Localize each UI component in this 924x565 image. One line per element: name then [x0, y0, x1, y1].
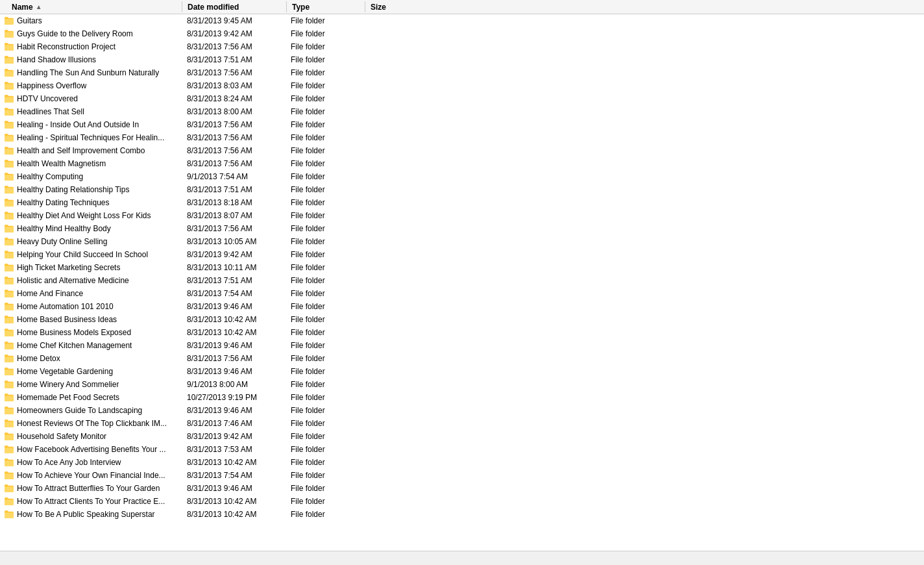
table-row[interactable]: Homemade Pet Food Secrets 10/27/2013 9:1… [0, 391, 924, 404]
table-row[interactable]: Heavy Duty Online Selling 8/31/2013 10:0… [0, 235, 924, 248]
col-name-header[interactable]: Name ▲ [0, 3, 182, 12]
folder-icon [4, 29, 14, 39]
file-name-cell: Home Based Business Ideas [0, 314, 182, 325]
col-date-header[interactable]: Date modified [182, 3, 286, 12]
table-row[interactable]: How To Attract Clients To Your Practice … [0, 495, 924, 508]
table-row[interactable]: Helping Your Child Succeed In School 8/3… [0, 248, 924, 261]
file-type-cell: File folder [286, 250, 363, 259]
table-row[interactable]: Happiness Overflow 8/31/2013 8:03 AM Fil… [0, 79, 924, 92]
file-type-cell: File folder [286, 133, 363, 142]
table-row[interactable]: Habit Reconstruction Project 8/31/2013 7… [0, 40, 924, 53]
table-row[interactable]: HDTV Uncovered 8/31/2013 8:24 AM File fo… [0, 92, 924, 105]
table-row[interactable]: Headlines That Sell 8/31/2013 8:00 AM Fi… [0, 105, 924, 118]
file-type-cell: File folder [286, 146, 363, 155]
file-name-cell: Health and Self Improvement Combo [0, 145, 182, 156]
table-row[interactable]: Home Chef Kitchen Management 8/31/2013 9… [0, 339, 924, 352]
file-type-cell: File folder [286, 276, 363, 285]
table-row[interactable]: How To Be A Public Speaking Superstar 8/… [0, 508, 924, 521]
file-name-cell: Healthy Diet And Weight Loss For Kids [0, 210, 182, 221]
table-row[interactable]: Healthy Computing 9/1/2013 7:54 AM File … [0, 170, 924, 183]
table-row[interactable]: Healthy Mind Healthy Body 8/31/2013 7:56… [0, 222, 924, 235]
table-row[interactable]: Health and Self Improvement Combo 8/31/2… [0, 144, 924, 157]
table-row[interactable]: Health Wealth Magnetism 8/31/2013 7:56 A… [0, 157, 924, 170]
file-name-text: Home And Finance [17, 289, 83, 298]
table-row[interactable]: How Facebook Advertising Benefits Your .… [0, 443, 924, 456]
folder-icon [4, 275, 14, 286]
file-date-cell: 8/31/2013 7:56 AM [182, 133, 286, 142]
file-name-text: How Facebook Advertising Benefits Your .… [17, 445, 165, 454]
table-row[interactable]: Healthy Dating Techniques 8/31/2013 8:18… [0, 196, 924, 209]
file-type-cell: File folder [286, 302, 363, 311]
table-row[interactable]: Home Detox 8/31/2013 7:56 AM File folder [0, 352, 924, 365]
file-name-cell: Home Detox [0, 353, 182, 364]
table-row[interactable]: How To Achieve Your Own Financial Inde..… [0, 469, 924, 482]
folder-icon [4, 509, 14, 520]
col-type-header[interactable]: Type [287, 3, 365, 12]
table-row[interactable]: Hand Shadow Illusions 8/31/2013 7:51 AM … [0, 53, 924, 66]
folder-icon [4, 301, 14, 312]
file-name-text: Honest Reviews Of The Top Clickbank IM..… [17, 419, 167, 428]
file-name-text: Hand Shadow Illusions [17, 55, 96, 64]
file-name-text: How To Attract Clients To Your Practice … [17, 497, 165, 506]
table-row[interactable]: Home Business Models Exposed 8/31/2013 1… [0, 326, 924, 339]
file-name-cell: Home Chef Kitchen Management [0, 340, 182, 351]
file-type-cell: File folder [286, 367, 363, 376]
table-row[interactable]: Home And Finance 8/31/2013 7:54 AM File … [0, 287, 924, 300]
table-row[interactable]: Holistic and Alternative Medicine 8/31/2… [0, 274, 924, 287]
file-type-cell: File folder [286, 224, 363, 233]
table-row[interactable]: Healing - Spiritual Techniques For Heali… [0, 131, 924, 144]
table-row[interactable]: Home Automation 101 2010 8/31/2013 9:46 … [0, 300, 924, 313]
file-type-cell: File folder [286, 81, 363, 90]
table-row[interactable]: Homeowners Guide To Landscaping 8/31/201… [0, 404, 924, 417]
table-row[interactable]: Household Safety Monitor 8/31/2013 9:42 … [0, 430, 924, 443]
folder-icon [4, 249, 14, 260]
file-type-cell: File folder [286, 29, 363, 38]
folder-icon [4, 405, 14, 416]
col-size-header[interactable]: Size [365, 3, 417, 12]
table-row[interactable]: Guys Guide to the Delivery Room 8/31/201… [0, 27, 924, 40]
file-date-cell: 8/31/2013 10:42 AM [182, 458, 286, 467]
file-name-text: Household Safety Monitor [17, 432, 106, 441]
file-name-cell: How Facebook Advertising Benefits Your .… [0, 444, 182, 455]
file-type-cell: File folder [286, 354, 363, 363]
table-row[interactable]: Home Vegetable Gardening 8/31/2013 9:46 … [0, 365, 924, 378]
table-row[interactable]: Home Winery And Sommelier 9/1/2013 8:00 … [0, 378, 924, 391]
file-name-cell: Happiness Overflow [0, 81, 182, 91]
file-name-cell: Healing - Inside Out And Outside In [0, 119, 182, 130]
file-date-cell: 8/31/2013 9:45 AM [182, 16, 286, 25]
file-explorer: Name ▲ Date modified Type Size Guitars 8… [0, 0, 924, 565]
file-date-cell: 8/31/2013 7:56 AM [182, 159, 286, 168]
file-type-cell: File folder [286, 237, 363, 246]
file-name-text: Healthy Dating Relationship Tips [17, 185, 129, 194]
file-name-text: Home Automation 101 2010 [17, 302, 114, 311]
table-row[interactable]: Healing - Inside Out And Outside In 8/31… [0, 118, 924, 131]
file-name-cell: Healthy Dating Relationship Tips [0, 184, 182, 195]
file-type-cell: File folder [286, 328, 363, 337]
table-row[interactable]: Home Based Business Ideas 8/31/2013 10:4… [0, 313, 924, 326]
table-row[interactable]: Handling The Sun And Sunburn Naturally 8… [0, 66, 924, 79]
table-row[interactable]: Healthy Diet And Weight Loss For Kids 8/… [0, 209, 924, 222]
file-type-cell: File folder [286, 263, 363, 272]
file-date-cell: 8/31/2013 7:51 AM [182, 185, 286, 194]
file-name-cell: Helping Your Child Succeed In School [0, 249, 182, 260]
folder-icon [4, 314, 14, 325]
file-date-cell: 8/31/2013 10:42 AM [182, 328, 286, 337]
table-row[interactable]: Guitars 8/31/2013 9:45 AM File folder [0, 14, 924, 27]
file-date-cell: 8/31/2013 10:11 AM [182, 263, 286, 272]
folder-icon [4, 483, 14, 494]
folder-icon [4, 42, 14, 52]
file-name-text: Headlines That Sell [17, 107, 84, 116]
file-name-cell: Habit Reconstruction Project [0, 42, 182, 52]
file-date-cell: 8/31/2013 10:42 AM [182, 315, 286, 324]
file-name-text: Habit Reconstruction Project [17, 42, 116, 51]
file-type-cell: File folder [286, 94, 363, 103]
table-row[interactable]: How To Ace Any Job Interview 8/31/2013 1… [0, 456, 924, 469]
table-row[interactable]: Healthy Dating Relationship Tips 8/31/20… [0, 183, 924, 196]
table-row[interactable]: High Ticket Marketing Secrets 8/31/2013 … [0, 261, 924, 274]
file-date-cell: 8/31/2013 7:56 AM [182, 120, 286, 129]
table-row[interactable]: Honest Reviews Of The Top Clickbank IM..… [0, 417, 924, 430]
file-date-cell: 8/31/2013 8:24 AM [182, 94, 286, 103]
table-row[interactable]: How To Attract Butterflies To Your Garde… [0, 482, 924, 495]
file-list[interactable]: Guitars 8/31/2013 9:45 AM File folder Gu… [0, 14, 924, 551]
folder-icon [4, 470, 14, 481]
